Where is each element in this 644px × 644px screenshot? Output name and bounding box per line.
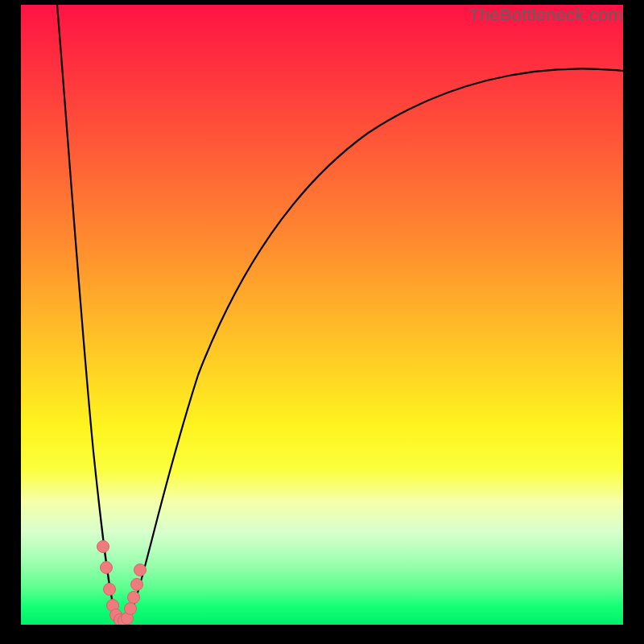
marker-dot — [101, 562, 113, 574]
curve-right — [123, 68, 623, 621]
chart-frame: TheBottleneck.com — [0, 0, 644, 644]
marker-dot — [97, 541, 109, 553]
watermark-text: TheBottleneck.com — [469, 5, 623, 26]
curve-left — [57, 5, 123, 621]
marker-dot — [128, 592, 140, 604]
marker-dot — [134, 564, 147, 576]
marker-dot — [104, 584, 116, 596]
marker-dot — [131, 579, 143, 591]
chart-svg — [21, 5, 623, 625]
marker-dot — [125, 603, 137, 615]
plot-area — [21, 5, 623, 625]
